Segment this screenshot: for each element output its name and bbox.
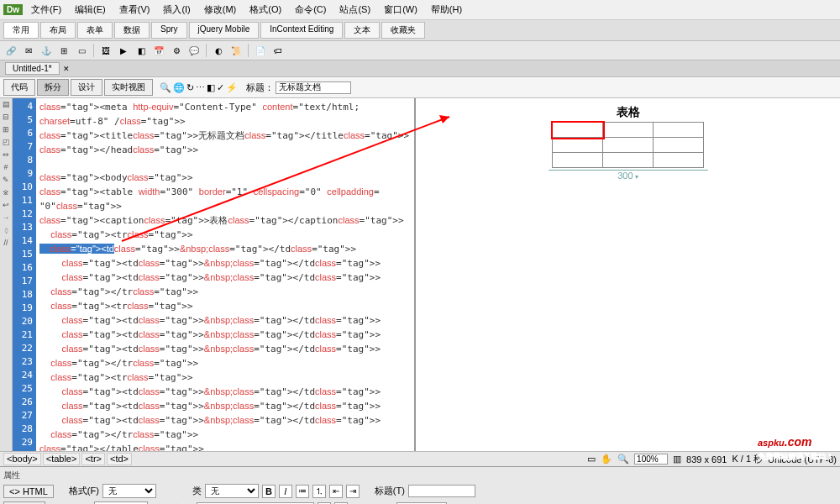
toolbar-separator [248,44,249,57]
image-icon[interactable]: 🖼 [98,43,113,58]
table-cell[interactable] [553,138,603,153]
zoom-input[interactable] [634,454,668,465]
open-docs-icon[interactable]: ▤ [1,100,12,111]
table-row[interactable] [553,138,704,153]
path-tr[interactable]: <tr> [81,453,105,465]
app-logo: Dw [3,4,23,15]
menu-modify[interactable]: 修改(M) [199,2,242,18]
comment-toggle-icon[interactable]: // [1,239,12,249]
email-icon[interactable]: ✉ [21,43,36,58]
view-design-button[interactable]: 设计 [71,79,102,96]
hyperlink-icon[interactable]: 🔗 [3,43,18,58]
table-cell[interactable] [553,153,603,168]
outdent-button[interactable]: ⇤ [329,485,343,498]
tab-text[interactable]: 文本 [344,22,380,39]
bold-button[interactable]: B [262,485,276,498]
tab-common[interactable]: 常用 [3,22,39,39]
indent-button[interactable]: ⇥ [346,485,360,498]
options-icon[interactable]: ⋯ [196,82,205,93]
view-code-button[interactable]: 代码 [3,79,35,96]
ol-button[interactable]: ⒈ [312,485,326,498]
menu-format[interactable]: 格式(O) [244,2,286,18]
table-cell[interactable] [603,153,654,168]
wrap-icon[interactable]: ↩ [1,201,12,212]
format-icon[interactable]: ⎀ [1,226,12,237]
tag-selector-path[interactable]: <body> <table> <tr> <td> [3,453,132,465]
table-cell[interactable] [603,123,654,138]
table-cell[interactable] [603,138,654,153]
refresh-icon[interactable]: ↻ [186,82,194,93]
path-td[interactable]: <td> [107,453,132,465]
menu-view[interactable]: 查看(V) [114,2,155,18]
view-split-button[interactable]: 拆分 [37,79,69,96]
close-tab-icon[interactable]: ✕ [63,65,70,73]
italic-button[interactable]: I [279,485,292,498]
highlight-icon[interactable]: ✎ [1,176,12,186]
title-input[interactable] [276,81,351,94]
indent-icon[interactable]: → [1,213,12,224]
zoom-icon[interactable]: 🔍 [617,454,629,465]
line-numbers-icon[interactable]: # [1,163,12,174]
menu-site[interactable]: 站点(S) [334,2,375,18]
tab-layout[interactable]: 布局 [40,22,76,39]
table-cell[interactable] [654,138,704,153]
tab-spry[interactable]: Spry [151,22,187,39]
code-editor[interactable]: class="tag"><meta http-equiv="Content-Ty… [36,98,412,451]
design-pane[interactable]: 表格 300 ▾ [416,98,840,451]
nav-icon[interactable]: ◧ [207,82,215,93]
date-icon[interactable]: 📅 [151,43,166,58]
globe-icon[interactable]: 🌐 [173,82,185,93]
collapse-icon[interactable]: ⊟ [1,113,12,123]
table-cell[interactable] [654,123,704,138]
media-icon[interactable]: ▶ [116,43,131,58]
title-attr-input[interactable] [408,485,475,497]
balance-icon[interactable]: ⇔ [1,150,12,161]
path-body[interactable]: <body> [3,453,41,465]
view-live-button[interactable]: 实时视图 [104,79,153,96]
tab-favorites[interactable]: 收藏夹 [381,22,425,39]
hand-icon[interactable]: ✋ [601,454,612,465]
template-icon[interactable]: 📄 [253,43,268,58]
widget-icon[interactable]: ◧ [134,43,149,58]
syntax-icon[interactable]: ※ [1,188,12,199]
ul-button[interactable]: ≔ [296,485,309,498]
table-cell-selected[interactable] [553,123,603,138]
html-mode-button[interactable]: <> HTML [3,485,54,498]
tab-incontext[interactable]: InContext Editing [260,22,343,39]
menu-help[interactable]: 帮助(H) [426,2,467,18]
class-select[interactable]: 无 [205,484,259,498]
check-icon[interactable]: ✓ [217,82,224,93]
server-icon[interactable]: ⚙ [169,43,184,58]
code-pane[interactable]: 4567891011121314151617181920212223242526… [13,98,416,451]
head-icon[interactable]: ◐ [211,43,226,58]
menu-file[interactable]: 文件(F) [26,2,66,18]
menu-insert[interactable]: 插入(I) [158,2,195,18]
script-icon[interactable]: 📜 [228,43,244,58]
table-row[interactable] [553,153,704,168]
watermark-logo: aspku.com 免费网站源码下载站！ [758,428,833,462]
window-size-icon[interactable]: ▥ [673,454,681,465]
menu-command[interactable]: 命令(C) [290,2,331,18]
validate-icon[interactable]: ⚡ [226,82,238,93]
table-icon[interactable]: ⊞ [56,43,71,58]
table-cell[interactable] [654,153,704,168]
tag-icon[interactable]: 🏷 [270,43,286,58]
path-table[interactable]: <table> [43,453,81,465]
code-gutter-toolbar: ▤ ⊟ ⊞ ◰ ⇔ # ✎ ※ ↩ → ⎀ // [0,98,13,451]
anchor-icon[interactable]: ⚓ [39,43,54,58]
preview-table[interactable] [552,122,704,168]
pointer-icon[interactable]: ▭ [587,454,596,465]
tab-jquery[interactable]: jQuery Mobile [189,22,260,39]
expand-icon[interactable]: ⊞ [1,125,12,136]
menu-window[interactable]: 窗口(W) [379,2,423,18]
tab-form[interactable]: 表单 [77,22,113,39]
inspect-icon[interactable]: 🔍 [160,82,171,93]
select-parent-icon[interactable]: ◰ [1,138,12,149]
document-tab[interactable]: Untitled-1* [5,62,60,75]
format-select[interactable]: 无 [102,484,156,498]
comment-icon[interactable]: 💬 [186,43,202,58]
div-icon[interactable]: ▭ [74,43,89,58]
tab-data[interactable]: 数据 [114,22,150,39]
table-row[interactable] [553,123,704,138]
menu-edit[interactable]: 编辑(E) [70,2,111,18]
